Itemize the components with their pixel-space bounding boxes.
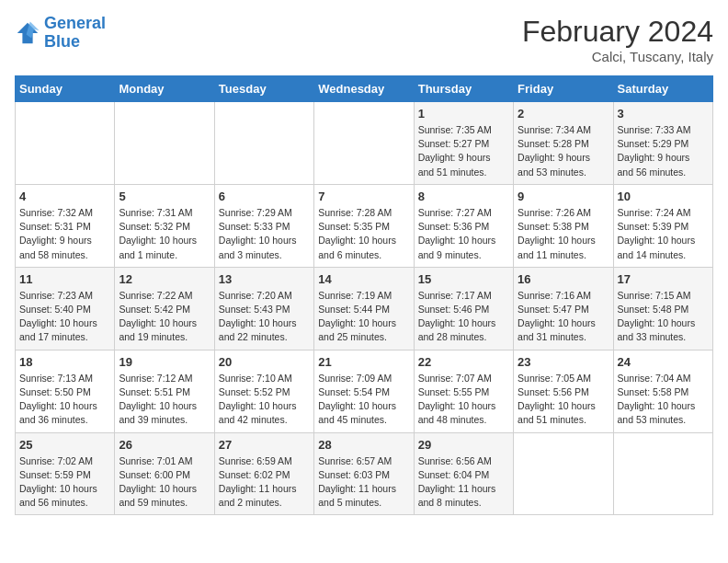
day-cell: 16Sunrise: 7:16 AM Sunset: 5:47 PM Dayli… <box>514 267 613 350</box>
day-info: Sunrise: 7:32 AM Sunset: 5:31 PM Dayligh… <box>19 206 110 262</box>
day-number: 29 <box>418 438 509 452</box>
day-cell: 10Sunrise: 7:24 AM Sunset: 5:39 PM Dayli… <box>613 184 712 267</box>
day-cell: 24Sunrise: 7:04 AM Sunset: 5:58 PM Dayli… <box>613 350 712 432</box>
day-cell: 7Sunrise: 7:28 AM Sunset: 5:35 PM Daylig… <box>314 184 414 267</box>
day-cell: 14Sunrise: 7:19 AM Sunset: 5:44 PM Dayli… <box>314 267 414 350</box>
day-info: Sunrise: 7:26 AM Sunset: 5:38 PM Dayligh… <box>518 206 609 262</box>
col-header-monday: Monday <box>115 76 214 102</box>
day-info: Sunrise: 7:35 AM Sunset: 5:27 PM Dayligh… <box>418 123 509 179</box>
day-cell: 9Sunrise: 7:26 AM Sunset: 5:38 PM Daylig… <box>514 184 613 267</box>
day-cell: 17Sunrise: 7:15 AM Sunset: 5:48 PM Dayli… <box>613 267 712 350</box>
day-cell: 13Sunrise: 7:20 AM Sunset: 5:43 PM Dayli… <box>214 267 313 350</box>
day-cell <box>514 432 613 515</box>
day-cell <box>214 102 313 185</box>
day-info: Sunrise: 7:13 AM Sunset: 5:50 PM Dayligh… <box>19 372 110 428</box>
day-info: Sunrise: 7:16 AM Sunset: 5:47 PM Dayligh… <box>518 289 609 345</box>
col-header-friday: Friday <box>514 76 613 102</box>
day-number: 25 <box>19 438 110 452</box>
day-info: Sunrise: 7:22 AM Sunset: 5:42 PM Dayligh… <box>119 289 210 345</box>
day-number: 13 <box>219 272 310 286</box>
day-number: 19 <box>119 355 210 369</box>
day-info: Sunrise: 7:07 AM Sunset: 5:55 PM Dayligh… <box>418 372 509 428</box>
col-header-thursday: Thursday <box>414 76 513 102</box>
day-info: Sunrise: 7:15 AM Sunset: 5:48 PM Dayligh… <box>618 289 709 345</box>
day-number: 3 <box>618 107 709 121</box>
day-cell <box>613 432 712 515</box>
day-cell: 19Sunrise: 7:12 AM Sunset: 5:51 PM Dayli… <box>115 350 214 432</box>
day-info: Sunrise: 6:56 AM Sunset: 6:04 PM Dayligh… <box>418 454 509 511</box>
day-info: Sunrise: 7:24 AM Sunset: 5:39 PM Dayligh… <box>618 206 709 262</box>
logo: General Blue <box>15 15 106 52</box>
title-block: February 2024 Calci, Tuscany, Italy <box>522 15 713 64</box>
day-info: Sunrise: 7:12 AM Sunset: 5:51 PM Dayligh… <box>119 372 210 428</box>
day-number: 7 <box>318 190 409 203</box>
month-title: February 2024 <box>522 15 713 49</box>
day-number: 24 <box>618 355 709 369</box>
day-cell: 15Sunrise: 7:17 AM Sunset: 5:46 PM Dayli… <box>414 267 513 350</box>
week-row-5: 25Sunrise: 7:02 AM Sunset: 5:59 PM Dayli… <box>16 432 713 515</box>
day-cell: 20Sunrise: 7:10 AM Sunset: 5:52 PM Dayli… <box>214 350 313 432</box>
day-cell: 3Sunrise: 7:33 AM Sunset: 5:29 PM Daylig… <box>613 102 712 185</box>
day-number: 2 <box>518 107 609 121</box>
day-cell: 28Sunrise: 6:57 AM Sunset: 6:03 PM Dayli… <box>314 432 414 515</box>
day-cell: 12Sunrise: 7:22 AM Sunset: 5:42 PM Dayli… <box>115 267 214 350</box>
day-number: 4 <box>19 190 110 203</box>
day-info: Sunrise: 7:34 AM Sunset: 5:28 PM Dayligh… <box>518 123 609 179</box>
location-subtitle: Calci, Tuscany, Italy <box>522 49 713 64</box>
day-info: Sunrise: 7:01 AM Sunset: 6:00 PM Dayligh… <box>119 454 210 511</box>
day-cell <box>314 102 414 185</box>
day-info: Sunrise: 7:10 AM Sunset: 5:52 PM Dayligh… <box>219 372 310 428</box>
day-number: 8 <box>418 190 509 203</box>
day-info: Sunrise: 7:29 AM Sunset: 5:33 PM Dayligh… <box>219 206 310 262</box>
day-cell: 18Sunrise: 7:13 AM Sunset: 5:50 PM Dayli… <box>16 350 115 432</box>
day-info: Sunrise: 7:27 AM Sunset: 5:36 PM Dayligh… <box>418 206 509 262</box>
header: General Blue February 2024 Calci, Tuscan… <box>15 15 713 64</box>
day-info: Sunrise: 7:28 AM Sunset: 5:35 PM Dayligh… <box>318 206 409 262</box>
day-number: 11 <box>19 272 110 286</box>
week-row-3: 11Sunrise: 7:23 AM Sunset: 5:40 PM Dayli… <box>16 267 713 350</box>
col-header-wednesday: Wednesday <box>314 76 414 102</box>
day-number: 28 <box>318 438 409 452</box>
day-number: 23 <box>518 355 609 369</box>
day-number: 21 <box>318 355 409 369</box>
day-cell: 1Sunrise: 7:35 AM Sunset: 5:27 PM Daylig… <box>414 102 513 185</box>
day-cell <box>115 102 214 185</box>
day-number: 10 <box>618 190 709 203</box>
col-header-saturday: Saturday <box>613 76 712 102</box>
day-info: Sunrise: 7:33 AM Sunset: 5:29 PM Dayligh… <box>618 123 709 179</box>
day-info: Sunrise: 6:59 AM Sunset: 6:02 PM Dayligh… <box>219 454 310 511</box>
day-info: Sunrise: 7:04 AM Sunset: 5:58 PM Dayligh… <box>618 372 709 428</box>
calendar-table: SundayMondayTuesdayWednesdayThursdayFrid… <box>15 75 713 515</box>
day-number: 20 <box>219 355 310 369</box>
day-cell <box>16 102 115 185</box>
day-cell: 21Sunrise: 7:09 AM Sunset: 5:54 PM Dayli… <box>314 350 414 432</box>
day-number: 17 <box>618 272 709 286</box>
col-header-tuesday: Tuesday <box>214 76 313 102</box>
day-cell: 22Sunrise: 7:07 AM Sunset: 5:55 PM Dayli… <box>414 350 513 432</box>
day-info: Sunrise: 7:19 AM Sunset: 5:44 PM Dayligh… <box>318 289 409 345</box>
day-number: 14 <box>318 272 409 286</box>
week-row-1: 1Sunrise: 7:35 AM Sunset: 5:27 PM Daylig… <box>16 102 713 185</box>
day-info: Sunrise: 7:31 AM Sunset: 5:32 PM Dayligh… <box>119 206 210 262</box>
day-cell: 29Sunrise: 6:56 AM Sunset: 6:04 PM Dayli… <box>414 432 513 515</box>
day-number: 26 <box>119 438 210 452</box>
day-cell: 8Sunrise: 7:27 AM Sunset: 5:36 PM Daylig… <box>414 184 513 267</box>
day-cell: 6Sunrise: 7:29 AM Sunset: 5:33 PM Daylig… <box>214 184 313 267</box>
day-number: 15 <box>418 272 509 286</box>
header-row: SundayMondayTuesdayWednesdayThursdayFrid… <box>16 76 713 102</box>
day-number: 6 <box>219 190 310 203</box>
day-cell: 5Sunrise: 7:31 AM Sunset: 5:32 PM Daylig… <box>115 184 214 267</box>
day-number: 16 <box>518 272 609 286</box>
day-number: 9 <box>518 190 609 203</box>
day-info: Sunrise: 7:05 AM Sunset: 5:56 PM Dayligh… <box>518 372 609 428</box>
logo-icon <box>15 20 40 46</box>
day-number: 18 <box>19 355 110 369</box>
day-cell: 25Sunrise: 7:02 AM Sunset: 5:59 PM Dayli… <box>16 432 115 515</box>
day-number: 27 <box>219 438 310 452</box>
col-header-sunday: Sunday <box>16 76 115 102</box>
day-number: 12 <box>119 272 210 286</box>
day-number: 22 <box>418 355 509 369</box>
day-info: Sunrise: 6:57 AM Sunset: 6:03 PM Dayligh… <box>318 454 409 511</box>
day-info: Sunrise: 7:20 AM Sunset: 5:43 PM Dayligh… <box>219 289 310 345</box>
day-cell: 27Sunrise: 6:59 AM Sunset: 6:02 PM Dayli… <box>214 432 313 515</box>
